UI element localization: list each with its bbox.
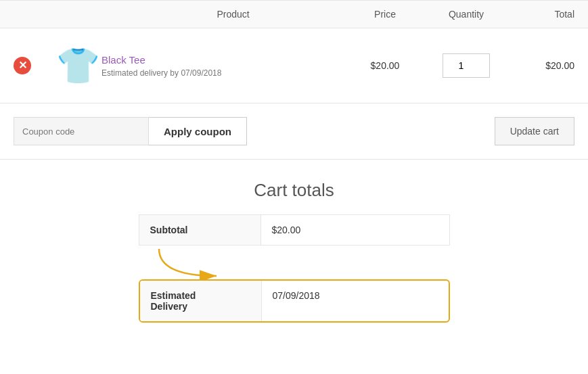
- estimated-delivery-row: EstimatedDelivery 07/09/2018: [139, 279, 450, 323]
- tshirt-icon: 👕: [56, 45, 100, 87]
- product-price: $20.00: [344, 60, 426, 71]
- product-total: $20.00: [507, 60, 574, 71]
- product-delivery-note: Estimated delivery by 07/09/2018: [101, 68, 344, 78]
- coupon-input[interactable]: [14, 117, 149, 145]
- page-wrapper: Product Price Quantity Total ✕ 👕 Black T…: [0, 0, 588, 374]
- col-price-header: Price: [344, 9, 426, 20]
- cart-totals-table: Subtotal $20.00: [139, 214, 450, 246]
- product-image: 👕: [54, 42, 101, 89]
- product-info: Black Tee Estimated delivery by 07/09/20…: [101, 54, 344, 78]
- remove-col: ✕: [14, 57, 54, 74]
- coupon-left: Apply coupon: [14, 117, 247, 145]
- product-name-link[interactable]: Black Tee: [101, 54, 145, 66]
- coupon-row: Apply coupon Update cart: [0, 103, 588, 160]
- update-cart-button[interactable]: Update cart: [495, 117, 574, 145]
- apply-coupon-button[interactable]: Apply coupon: [149, 117, 247, 145]
- arrow-icon: [152, 246, 233, 283]
- cart-totals-title: Cart totals: [254, 180, 334, 201]
- quantity-input[interactable]: [443, 53, 490, 78]
- delivery-section: EstimatedDelivery 07/09/2018: [139, 246, 450, 323]
- remove-item-button[interactable]: ✕: [14, 57, 31, 74]
- quantity-col: [426, 53, 507, 78]
- subtotal-value: $20.00: [261, 215, 449, 245]
- estimated-delivery-label: EstimatedDelivery: [140, 281, 262, 321]
- col-total-header: Total: [507, 9, 574, 20]
- cart-totals-section: Cart totals Subtotal $20.00: [0, 160, 588, 336]
- col-product-header: Product: [122, 9, 344, 20]
- cart-row: ✕ 👕 Black Tee Estimated delivery by 07/0…: [0, 28, 588, 103]
- estimated-delivery-value: 07/09/2018: [262, 281, 449, 321]
- col-quantity-header: Quantity: [426, 9, 507, 20]
- cart-table-header: Product Price Quantity Total: [0, 0, 588, 28]
- arrow-area: [139, 246, 450, 279]
- subtotal-row: Subtotal $20.00: [139, 214, 450, 246]
- subtotal-label: Subtotal: [139, 215, 261, 245]
